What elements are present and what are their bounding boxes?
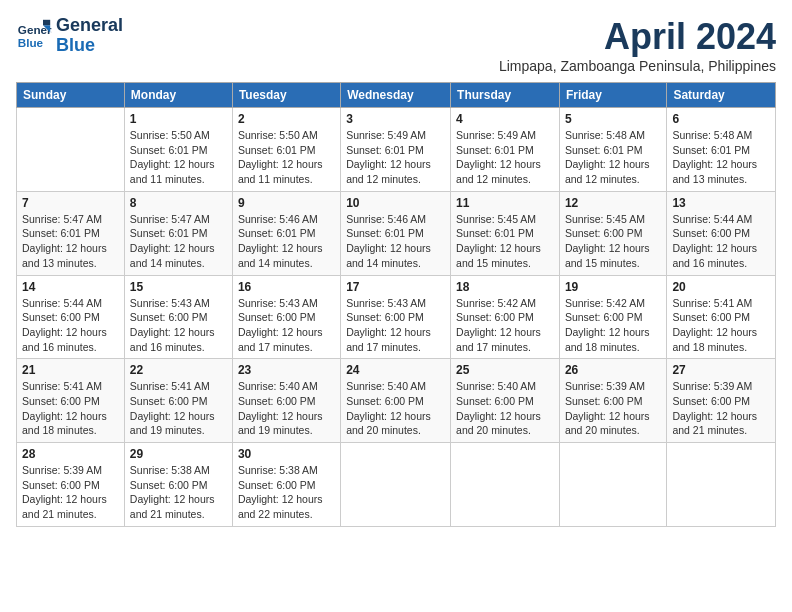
day-info: Sunrise: 5:41 AM Sunset: 6:00 PM Dayligh… [672, 296, 770, 355]
calendar-cell: 8Sunrise: 5:47 AM Sunset: 6:01 PM Daylig… [124, 191, 232, 275]
day-number: 18 [456, 280, 554, 294]
calendar-cell: 13Sunrise: 5:44 AM Sunset: 6:00 PM Dayli… [667, 191, 776, 275]
logo: General Blue General Blue [16, 16, 123, 56]
calendar-cell: 11Sunrise: 5:45 AM Sunset: 6:01 PM Dayli… [451, 191, 560, 275]
day-info: Sunrise: 5:45 AM Sunset: 6:00 PM Dayligh… [565, 212, 661, 271]
day-info: Sunrise: 5:43 AM Sunset: 6:00 PM Dayligh… [130, 296, 227, 355]
day-number: 24 [346, 363, 445, 377]
day-number: 17 [346, 280, 445, 294]
day-number: 19 [565, 280, 661, 294]
day-info: Sunrise: 5:41 AM Sunset: 6:00 PM Dayligh… [130, 379, 227, 438]
calendar-cell: 14Sunrise: 5:44 AM Sunset: 6:00 PM Dayli… [17, 275, 125, 359]
calendar-cell: 15Sunrise: 5:43 AM Sunset: 6:00 PM Dayli… [124, 275, 232, 359]
day-number: 7 [22, 196, 119, 210]
calendar-cell [17, 108, 125, 192]
day-info: Sunrise: 5:44 AM Sunset: 6:00 PM Dayligh… [22, 296, 119, 355]
col-header-saturday: Saturday [667, 83, 776, 108]
col-header-tuesday: Tuesday [232, 83, 340, 108]
col-header-friday: Friday [559, 83, 666, 108]
calendar-cell [341, 443, 451, 527]
calendar-cell: 30Sunrise: 5:38 AM Sunset: 6:00 PM Dayli… [232, 443, 340, 527]
calendar-cell: 25Sunrise: 5:40 AM Sunset: 6:00 PM Dayli… [451, 359, 560, 443]
calendar-cell: 5Sunrise: 5:48 AM Sunset: 6:01 PM Daylig… [559, 108, 666, 192]
day-number: 2 [238, 112, 335, 126]
day-info: Sunrise: 5:38 AM Sunset: 6:00 PM Dayligh… [130, 463, 227, 522]
day-info: Sunrise: 5:46 AM Sunset: 6:01 PM Dayligh… [346, 212, 445, 271]
calendar-cell: 23Sunrise: 5:40 AM Sunset: 6:00 PM Dayli… [232, 359, 340, 443]
day-info: Sunrise: 5:43 AM Sunset: 6:00 PM Dayligh… [238, 296, 335, 355]
calendar-cell: 29Sunrise: 5:38 AM Sunset: 6:00 PM Dayli… [124, 443, 232, 527]
calendar-cell: 16Sunrise: 5:43 AM Sunset: 6:00 PM Dayli… [232, 275, 340, 359]
day-number: 22 [130, 363, 227, 377]
day-info: Sunrise: 5:46 AM Sunset: 6:01 PM Dayligh… [238, 212, 335, 271]
day-info: Sunrise: 5:39 AM Sunset: 6:00 PM Dayligh… [565, 379, 661, 438]
calendar-table: SundayMondayTuesdayWednesdayThursdayFrid… [16, 82, 776, 527]
day-info: Sunrise: 5:42 AM Sunset: 6:00 PM Dayligh… [565, 296, 661, 355]
svg-text:Blue: Blue [18, 36, 44, 49]
col-header-monday: Monday [124, 83, 232, 108]
col-header-wednesday: Wednesday [341, 83, 451, 108]
day-number: 5 [565, 112, 661, 126]
day-info: Sunrise: 5:47 AM Sunset: 6:01 PM Dayligh… [130, 212, 227, 271]
day-number: 16 [238, 280, 335, 294]
calendar-cell: 26Sunrise: 5:39 AM Sunset: 6:00 PM Dayli… [559, 359, 666, 443]
day-number: 15 [130, 280, 227, 294]
page-header: General Blue General Blue April 2024 Lim… [16, 16, 776, 74]
svg-marker-3 [43, 20, 50, 25]
logo-icon: General Blue [16, 18, 52, 54]
day-info: Sunrise: 5:40 AM Sunset: 6:00 PM Dayligh… [456, 379, 554, 438]
title-area: April 2024 Limpapa, Zamboanga Peninsula,… [499, 16, 776, 74]
day-number: 30 [238, 447, 335, 461]
calendar-cell: 4Sunrise: 5:49 AM Sunset: 6:01 PM Daylig… [451, 108, 560, 192]
day-info: Sunrise: 5:45 AM Sunset: 6:01 PM Dayligh… [456, 212, 554, 271]
day-info: Sunrise: 5:43 AM Sunset: 6:00 PM Dayligh… [346, 296, 445, 355]
calendar-cell [451, 443, 560, 527]
day-number: 13 [672, 196, 770, 210]
calendar-cell: 19Sunrise: 5:42 AM Sunset: 6:00 PM Dayli… [559, 275, 666, 359]
day-number: 11 [456, 196, 554, 210]
calendar-cell: 1Sunrise: 5:50 AM Sunset: 6:01 PM Daylig… [124, 108, 232, 192]
calendar-cell: 2Sunrise: 5:50 AM Sunset: 6:01 PM Daylig… [232, 108, 340, 192]
day-number: 1 [130, 112, 227, 126]
calendar-cell: 27Sunrise: 5:39 AM Sunset: 6:00 PM Dayli… [667, 359, 776, 443]
day-info: Sunrise: 5:39 AM Sunset: 6:00 PM Dayligh… [672, 379, 770, 438]
logo-name-general: General [56, 16, 123, 36]
day-number: 12 [565, 196, 661, 210]
calendar-cell [559, 443, 666, 527]
day-info: Sunrise: 5:41 AM Sunset: 6:00 PM Dayligh… [22, 379, 119, 438]
day-number: 14 [22, 280, 119, 294]
day-info: Sunrise: 5:44 AM Sunset: 6:00 PM Dayligh… [672, 212, 770, 271]
calendar-cell: 3Sunrise: 5:49 AM Sunset: 6:01 PM Daylig… [341, 108, 451, 192]
day-number: 6 [672, 112, 770, 126]
day-number: 20 [672, 280, 770, 294]
day-number: 10 [346, 196, 445, 210]
location-subtitle: Limpapa, Zamboanga Peninsula, Philippine… [499, 58, 776, 74]
day-number: 21 [22, 363, 119, 377]
col-header-thursday: Thursday [451, 83, 560, 108]
day-number: 9 [238, 196, 335, 210]
calendar-header-row: SundayMondayTuesdayWednesdayThursdayFrid… [17, 83, 776, 108]
calendar-cell: 21Sunrise: 5:41 AM Sunset: 6:00 PM Dayli… [17, 359, 125, 443]
day-info: Sunrise: 5:49 AM Sunset: 6:01 PM Dayligh… [346, 128, 445, 187]
month-title: April 2024 [499, 16, 776, 58]
calendar-cell: 18Sunrise: 5:42 AM Sunset: 6:00 PM Dayli… [451, 275, 560, 359]
calendar-week-4: 21Sunrise: 5:41 AM Sunset: 6:00 PM Dayli… [17, 359, 776, 443]
calendar-cell [667, 443, 776, 527]
day-number: 3 [346, 112, 445, 126]
calendar-week-3: 14Sunrise: 5:44 AM Sunset: 6:00 PM Dayli… [17, 275, 776, 359]
day-info: Sunrise: 5:40 AM Sunset: 6:00 PM Dayligh… [238, 379, 335, 438]
calendar-cell: 24Sunrise: 5:40 AM Sunset: 6:00 PM Dayli… [341, 359, 451, 443]
logo-name-blue: Blue [56, 36, 123, 56]
day-number: 4 [456, 112, 554, 126]
calendar-cell: 17Sunrise: 5:43 AM Sunset: 6:00 PM Dayli… [341, 275, 451, 359]
day-info: Sunrise: 5:42 AM Sunset: 6:00 PM Dayligh… [456, 296, 554, 355]
calendar-cell: 20Sunrise: 5:41 AM Sunset: 6:00 PM Dayli… [667, 275, 776, 359]
day-info: Sunrise: 5:50 AM Sunset: 6:01 PM Dayligh… [238, 128, 335, 187]
calendar-week-1: 1Sunrise: 5:50 AM Sunset: 6:01 PM Daylig… [17, 108, 776, 192]
calendar-cell: 12Sunrise: 5:45 AM Sunset: 6:00 PM Dayli… [559, 191, 666, 275]
calendar-cell: 7Sunrise: 5:47 AM Sunset: 6:01 PM Daylig… [17, 191, 125, 275]
col-header-sunday: Sunday [17, 83, 125, 108]
day-number: 27 [672, 363, 770, 377]
calendar-week-5: 28Sunrise: 5:39 AM Sunset: 6:00 PM Dayli… [17, 443, 776, 527]
day-number: 29 [130, 447, 227, 461]
